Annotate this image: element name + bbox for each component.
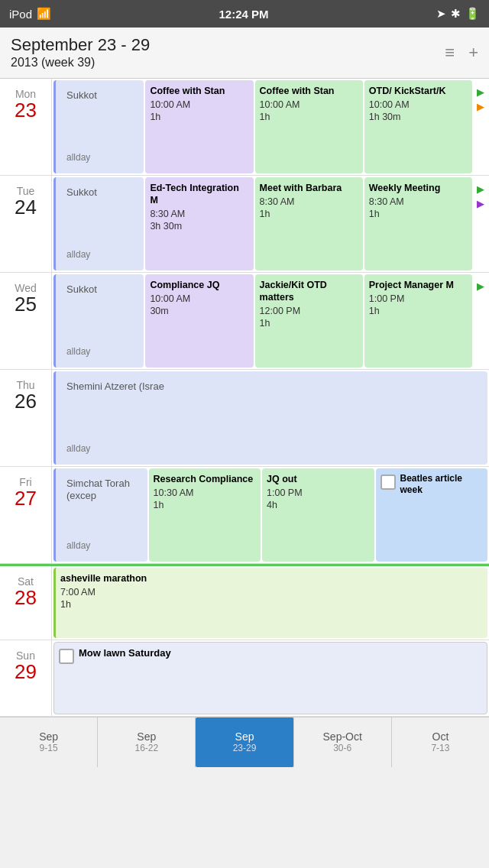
events-tue: Sukkot allday Ed-Tech Integration M 8:30…: [52, 176, 489, 272]
calendar-row-mon: Mon 23 Sukkot allday Coffee with Stan 10…: [0, 79, 489, 176]
event-mow-lawn[interactable]: Mow lawn Saturday: [53, 642, 487, 714]
project-mgr-dur: 1h: [369, 305, 468, 317]
event-sukkot-wed[interactable]: Sukkot allday: [53, 274, 144, 368]
weekly-title: Weekly Meeting: [369, 182, 468, 194]
shemini-title: Shemini Atzeret (Israe: [66, 381, 477, 394]
day-num-fri: 27: [15, 488, 37, 508]
arrow-green-tue: ▶: [477, 183, 484, 195]
jq-out-title: JQ out: [267, 473, 369, 485]
events-sun: Mow lawn Saturday: [52, 640, 489, 716]
nav-sep-9-15-range: 9-15: [40, 743, 58, 753]
carrier-label: iPod: [9, 8, 32, 21]
events-mon: Sukkot allday Coffee with Stan 10:00 AM …: [52, 79, 489, 175]
nav-sep-23-29-range: 23-29: [233, 743, 257, 753]
event-coffee-stan-2[interactable]: Coffee with Stan 10:00 AM 1h: [255, 80, 363, 173]
event-sukkot-tue[interactable]: Sukkot allday: [53, 177, 144, 270]
nav-sep-16-22-label: Sep: [137, 730, 156, 743]
mow-lawn-container: Mow lawn Saturday: [59, 647, 482, 664]
day-label-fri: Fri 27: [0, 467, 52, 563]
sukkot-title: Sukkot: [66, 89, 133, 102]
beatles-checkbox-container: Beatles article week: [381, 473, 483, 497]
events-wed: Sukkot allday Compliance JQ 10:00 AM 30m…: [52, 273, 489, 369]
shemini-allday: allday: [66, 443, 477, 455]
day-num-sat: 28: [15, 588, 37, 607]
arrows-mon: ▶ ▶: [474, 80, 487, 173]
event-jq-out[interactable]: JQ out 1:00 PM 4h: [262, 468, 374, 562]
nav-oct-7-13-label: Oct: [432, 730, 449, 743]
jackie-kit-title: Jackie/Kit OTD matters: [260, 279, 358, 304]
beatles-checkbox[interactable]: [381, 474, 396, 490]
nav-sep-oct-label: Sep-Oct: [323, 730, 362, 743]
research-title: Research Compliance: [154, 473, 256, 485]
jq-out-dur: 4h: [267, 499, 369, 511]
barbara-dur: 1h: [260, 208, 358, 220]
nav-sep-23-29-label: Sep: [235, 730, 254, 743]
event-asheville[interactable]: asheville marathon 7:00 AM 1h: [53, 568, 487, 638]
header-title-block: September 23 - 29 2013 (week 39): [11, 35, 150, 70]
nav-oct-7-13[interactable]: Oct 7-13: [392, 717, 489, 767]
event-edtech[interactable]: Ed-Tech Integration M 8:30 AM 3h 30m: [145, 177, 253, 270]
event-sukkot-mon[interactable]: Sukkot allday: [53, 80, 144, 173]
nav-sep-9-15-label: Sep: [39, 730, 58, 743]
weekly-dur: 1h: [369, 208, 468, 220]
coffee-stan-2-time: 10:00 AM: [260, 99, 358, 111]
nav-sep-oct-30-6[interactable]: Sep-Oct 30-6: [294, 717, 392, 767]
compliance-jq-title: Compliance JQ: [150, 279, 248, 291]
coffee-stan-2-dur: 1h: [260, 111, 358, 123]
day-num-sun: 29: [15, 662, 37, 682]
events-fri: Simchat Torah (excep allday Research Com…: [52, 467, 489, 563]
nav-sep-9-15[interactable]: Sep 9-15: [0, 717, 98, 767]
simchat-title: Simchat Torah (excep: [66, 478, 137, 504]
status-left: iPod 📶: [9, 7, 51, 21]
week-range-title: September 23 - 29: [11, 35, 150, 55]
otd-kick-title: OTD/ KickStart/K: [369, 85, 468, 97]
event-research-compliance[interactable]: Research Compliance 10:30 AM 1h: [149, 468, 261, 562]
asheville-title: asheville marathon: [60, 572, 483, 585]
project-mgr-time: 1:00 PM: [369, 293, 468, 305]
event-otd-kick[interactable]: OTD/ KickStart/K 10:00 AM 1h 30m: [364, 80, 472, 173]
nav-sep-16-22-range: 16-22: [134, 743, 158, 753]
event-compliance-jq[interactable]: Compliance JQ 10:00 AM 30m: [145, 274, 253, 368]
jackie-kit-dur: 1h: [260, 317, 358, 329]
day-label-tue: Tue 24: [0, 176, 52, 272]
calendar-row-sat: Sat 28 asheville marathon 7:00 AM 1h: [0, 564, 489, 640]
status-bar: iPod 📶 12:24 PM ➤ ✱ 🔋: [0, 0, 489, 28]
otd-kick-dur: 1h 30m: [369, 111, 468, 123]
day-label-mon: Mon 23: [0, 79, 52, 175]
event-coffee-stan-1[interactable]: Coffee with Stan 10:00 AM 1h: [145, 80, 253, 173]
add-event-icon[interactable]: +: [468, 43, 478, 63]
event-shemini[interactable]: Shemini Atzeret (Israe allday: [53, 371, 487, 465]
nav-sep-23-29[interactable]: Sep 23-29: [196, 717, 293, 767]
day-label-sun: Sun 29: [0, 640, 52, 716]
calendar-row-sun: Sun 29 Mow lawn Saturday: [0, 640, 489, 717]
mow-lawn-checkbox[interactable]: [59, 649, 74, 664]
nav-sep-16-22[interactable]: Sep 16-22: [98, 717, 196, 767]
menu-icon[interactable]: ≡: [445, 43, 455, 63]
events-sat: asheville marathon 7:00 AM 1h: [52, 566, 489, 640]
sukkot-tue-allday: allday: [66, 249, 133, 261]
arrow-green-mon: ▶: [477, 86, 484, 98]
arrow-purple-tue: ▶: [477, 198, 484, 209]
coffee-stan-2-title: Coffee with Stan: [260, 85, 358, 97]
arrow-green-wed: ▶: [477, 280, 484, 292]
jq-out-time: 1:00 PM: [267, 487, 369, 499]
coffee-stan-1-time: 10:00 AM: [150, 99, 248, 111]
event-project-mgr[interactable]: Project Manager M 1:00 PM 1h: [364, 274, 472, 368]
event-jackie-kit[interactable]: Jackie/Kit OTD matters 12:00 PM 1h: [255, 274, 363, 368]
sukkot-allday: allday: [66, 152, 133, 164]
calendar-row-wed: Wed 25 Sukkot allday Compliance JQ 10:00…: [0, 273, 489, 370]
mow-lawn-title: Mow lawn Saturday: [79, 647, 171, 660]
research-time: 10:30 AM: [154, 487, 256, 499]
location-icon: ➤: [436, 7, 446, 21]
event-weekly-meeting[interactable]: Weekly Meeting 8:30 AM 1h: [364, 177, 472, 270]
event-simchat[interactable]: Simchat Torah (excep allday: [53, 468, 147, 562]
calendar-row-fri: Fri 27 Simchat Torah (excep allday Resea…: [0, 467, 489, 564]
coffee-stan-1-dur: 1h: [150, 111, 248, 123]
calendar-grid: Mon 23 Sukkot allday Coffee with Stan 10…: [0, 79, 489, 717]
edtech-time: 8:30 AM: [150, 208, 248, 220]
event-beatles[interactable]: Beatles article week: [376, 468, 487, 562]
bottom-navigation: Sep 9-15 Sep 16-22 Sep 23-29 Sep-Oct 30-…: [0, 717, 489, 767]
event-meet-barbara[interactable]: Meet with Barbara 8:30 AM 1h: [255, 177, 363, 270]
beatles-title: Beatles article week: [400, 473, 483, 497]
asheville-dur: 1h: [60, 598, 483, 611]
